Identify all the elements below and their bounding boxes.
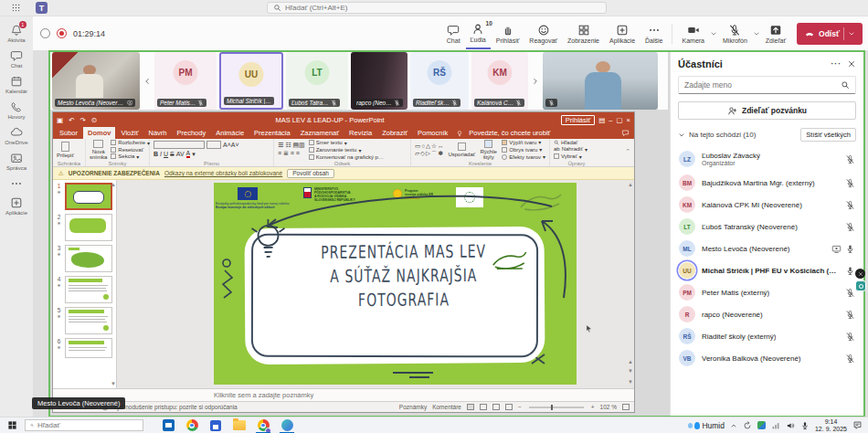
tab-pomocnik[interactable]: Pomocník [413,127,452,139]
underline-button[interactable]: U [164,151,168,157]
current-slide[interactable]: Európsky poľnohospodársky fond pre rozvo… [214,183,577,385]
edge-icon[interactable] [280,418,294,433]
chrome-meeting-icon[interactable] [256,418,270,433]
tab-revizia[interactable]: Revízia [344,127,376,139]
participant-row[interactable]: R rapco (Neoverené) [671,303,863,325]
tab-animacie[interactable]: Animácie [211,127,249,139]
participant-search-field[interactable] [684,80,837,90]
mic-off-icon[interactable] [845,288,855,298]
participant-row[interactable]: RŠ Riaditeľ školy (externý) [671,325,863,347]
teams-icon[interactable]: T [36,2,48,14]
participant-search[interactable] [678,76,856,94]
replace-button[interactable]: abNahradiť ▾ [554,146,587,153]
avatar-tile-lt[interactable]: LT Ľuboš Tatra… [286,52,348,110]
outlook-icon[interactable] [161,418,175,433]
participant-row[interactable]: PM Peter Matis (externý) [671,281,863,303]
fit-slide-icon[interactable] [622,404,630,410]
participant-row[interactable]: KM Kalánová CPK MI (Neoverené) [671,194,863,216]
thumbnail-slide-2[interactable]: 2★ [55,214,114,241]
mic-off-icon[interactable] [845,332,855,342]
sorter-view-icon[interactable] [480,404,487,410]
bold-button[interactable]: B [153,151,158,157]
ppt-signin-button[interactable]: Prihlásiť [561,115,595,125]
comments-icon[interactable] [621,129,630,137]
react-button[interactable]: Reagovať [524,18,562,49]
layout-button[interactable]: Rozloženie ▾ [111,140,150,146]
font-color-button[interactable]: A [186,150,191,158]
mute-all-button[interactable]: Stíšiť všetkých [800,128,856,142]
share-button[interactable]: Zdieľať [761,18,790,49]
char-spacing-button[interactable]: AV [176,151,185,157]
quick-styles-button[interactable]: Rýchle štýly [479,140,498,160]
accessibility-status[interactable]: Zjednodušenie prístupu: pozrite si odpor… [114,404,238,410]
collapse-ribbon-icon[interactable]: ⌃ [625,148,630,155]
view-button[interactable]: Zobrazenie [563,18,604,49]
tab-domov[interactable]: Domov [83,127,115,139]
chat-button[interactable]: Chat [442,18,465,49]
mic-off-icon[interactable] [845,200,855,210]
panel-close-icon[interactable] [847,59,856,69]
camera-options-chevron-icon[interactable] [710,30,717,37]
participant-row[interactable]: ML Mesto Levoča (Neoverené) [671,238,863,259]
tray-mic-icon[interactable] [800,421,810,430]
participant-row[interactable]: VB Veronika Balková (Neoverené) [671,347,863,369]
tab-prechody[interactable]: Prechody [173,127,211,139]
thumbnail-slide-6[interactable]: 6★ [55,338,114,358]
participant-row[interactable]: LT Ľuboš Tatranský (Neoverené) [671,216,863,238]
shape-fill-button[interactable]: Výplň tvaru ▾ [502,139,545,145]
tab-zaznamenat[interactable]: Zaznamenať [296,127,344,139]
chrome-icon[interactable] [185,418,199,433]
sidebar-item-calls[interactable]: Hovory [7,100,25,120]
mic-button[interactable]: Mikrofón [718,18,752,49]
app-tray-icon[interactable] [757,421,766,429]
canvas-scroll-down-icon[interactable]: ▼ [628,379,633,385]
reset-button[interactable]: Resetovať [111,147,150,153]
tiles-scroll-right-icon[interactable] [531,77,540,86]
thumbnail-slide-3[interactable]: 3★ [55,245,114,272]
sidebar-item-apps[interactable]: Aplikácie [5,196,27,216]
volume-icon[interactable] [786,421,795,430]
smartart-button[interactable]: Konvertovať na grafický prvok SmartArt [309,154,386,160]
mic-off-icon[interactable] [845,178,855,188]
file-explorer-icon[interactable] [232,418,247,433]
tellme-box[interactable]: Povedzte, čo chcete urobiť [464,127,555,139]
sidebar-item-calendar[interactable]: Kalendár [5,75,27,94]
mic-options-chevron-icon[interactable] [753,30,760,37]
edge-capture-icon[interactable] [855,280,866,291]
enable-content-button[interactable]: Povoliť obsah [287,169,334,178]
thumbnail-slide-1[interactable]: 1★ [55,183,114,210]
font-size-select[interactable] [206,141,221,149]
align-text-button[interactable]: Zarovnanie textu ▾ [309,147,407,153]
restore-button[interactable]: ▢ [617,116,623,124]
shape-outline-button[interactable]: Obrys tvaru ▾ [502,146,545,153]
select-button[interactable]: Vybrať ▾ [554,153,587,160]
canvas-scroll-up-icon[interactable]: ▲ [628,182,633,187]
tab-zobrazit[interactable]: Zobraziť [377,127,412,139]
italic-button[interactable]: I [160,151,162,157]
tiles-scroll-left-icon[interactable] [143,77,152,86]
tab-prezentacia[interactable]: Prezentácia [249,127,295,139]
floppy-app-icon[interactable] [208,418,223,433]
text-direction-button[interactable]: Smer textu ▾ [309,140,407,146]
edge-close-icon[interactable] [855,269,865,279]
notes-pane[interactable]: Kliknite sem a zadajte poznámky [53,388,634,401]
app-launcher-icon[interactable] [11,3,21,13]
teams-search-input[interactable] [267,2,607,14]
comments-toggle[interactable]: Komentáre [432,404,461,410]
start-button-icon[interactable] [7,420,17,430]
shapes-gallery[interactable]: ▭○△☆↔▱◇▷⌒✽ [415,143,444,157]
font-name-select[interactable] [153,141,205,149]
mic-off-icon[interactable] [845,222,855,232]
close-button[interactable]: × [627,116,630,124]
participant-row[interactable]: BM Bajudžiková Martina Mgr. (externý) [671,172,863,194]
sidebar-item-onedrive[interactable]: OneDrive [5,126,27,145]
video-tile-speaker[interactable] [543,52,658,110]
participant-row[interactable]: LZ Ľuboslav ZávackýOrganizátor [671,146,863,172]
video-tile-mesto-levoca[interactable]: Mesto Levoča (Neoverené) [52,52,140,110]
taskbar-search-field[interactable] [37,421,138,429]
zoom-out-button[interactable]: − [518,404,522,410]
list-buttons[interactable]: ☰ ☷ ▤▥ [278,142,305,149]
zoom-in-button[interactable]: + [591,404,595,410]
zoom-slider[interactable] [529,407,584,408]
thumbs-scroll-down-icon[interactable]: ▼ [111,381,116,386]
